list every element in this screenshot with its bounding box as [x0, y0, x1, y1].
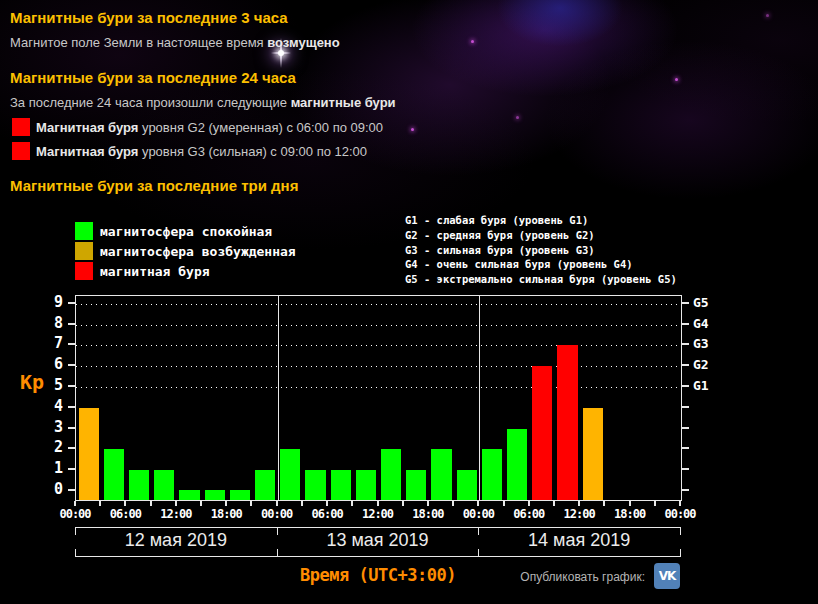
y-tick: [682, 302, 689, 304]
y-tick: [682, 406, 689, 408]
g-axis-label: G1: [693, 378, 709, 393]
y-tick-label: 7: [31, 334, 63, 352]
y-tick: [682, 447, 689, 449]
date-band-line: [75, 556, 680, 557]
x-tick: [301, 501, 303, 506]
kp-bar: [381, 449, 401, 500]
status-text-24h: За последние 24 часа произошли следующие…: [10, 95, 396, 110]
g-legend-line: G4 - очень сильная буря (уровень G4): [405, 257, 677, 272]
x-tick: [250, 501, 252, 506]
x-tick-label: 12:00: [551, 507, 607, 521]
g-axis-label: G2: [693, 357, 709, 372]
date-label: 12 мая 2019: [86, 530, 266, 551]
legend-swatch-storm: [75, 262, 93, 280]
g-scale-legend: G1 - слабая буря (уровень G1)G2 - средня…: [405, 213, 677, 287]
gridline: [76, 325, 681, 326]
storm-marker-icon: [12, 142, 30, 160]
star-dot: [471, 40, 474, 43]
storm-marker-icon: [12, 118, 30, 136]
y-tick: [68, 343, 75, 345]
y-tick-label: 2: [31, 438, 63, 456]
date-band-tick: [680, 527, 681, 535]
gridline: [76, 345, 681, 346]
y-tick: [68, 489, 75, 491]
x-tick: [528, 501, 530, 506]
g-axis-label: G4: [693, 316, 709, 331]
y-axis-title: Кр: [20, 370, 44, 394]
y-tick-label: 0: [31, 480, 63, 498]
date-band-tick: [680, 549, 681, 557]
date-band-tick: [75, 549, 76, 557]
x-tick: [578, 501, 580, 506]
x-tick-label: 06:00: [501, 507, 557, 521]
date-label: 13 мая 2019: [288, 530, 468, 551]
vk-share-button[interactable]: VK: [654, 563, 680, 589]
x-tick: [74, 501, 76, 506]
star-dot: [516, 116, 519, 119]
x-tick: [326, 501, 328, 506]
kp-bar: [104, 449, 124, 500]
x-tick: [150, 501, 152, 506]
x-tick: [276, 501, 278, 506]
x-tick: [377, 501, 379, 506]
kp-bar: [280, 449, 300, 500]
y-tick: [68, 447, 75, 449]
x-tick: [503, 501, 505, 506]
x-tick: [629, 501, 631, 506]
g-legend-line: G3 - сильная буря (уровень G3): [405, 243, 677, 258]
gridline: [76, 304, 681, 305]
x-tick: [124, 501, 126, 506]
y-tick: [682, 343, 689, 345]
kp-bar: [230, 490, 250, 500]
x-tick-label: 18:00: [400, 507, 456, 521]
y-tick: [68, 302, 75, 304]
g-legend-line: G1 - слабая буря (уровень G1): [405, 213, 677, 228]
x-tick-label: 12:00: [350, 507, 406, 521]
kp-bar: [179, 490, 199, 500]
legend-swatch-excited: [75, 242, 93, 260]
date-band-tick: [478, 527, 479, 535]
g-legend-line: G5 - экстремально сильная буря (уровень …: [405, 272, 677, 287]
kp-bar: [356, 470, 376, 500]
kp-bar-chart: [75, 295, 682, 501]
legend-swatch-quiet: [75, 222, 93, 240]
x-tick-label: 00:00: [450, 507, 506, 521]
y-tick: [682, 364, 689, 366]
star-dot: [675, 78, 678, 81]
g-axis-label: G5: [693, 295, 709, 310]
section-title-3d: Магнитные бури за последние три дня: [10, 177, 298, 194]
x-tick-label: 00:00: [249, 507, 305, 521]
x-tick: [200, 501, 202, 506]
date-band-tick: [277, 527, 278, 535]
x-axis-title: Время (UTC+3:00): [240, 565, 516, 585]
date-band-tick: [478, 549, 479, 557]
date-label: 14 мая 2019: [489, 530, 669, 551]
x-tick: [99, 501, 101, 506]
date-band-line: [75, 527, 680, 528]
x-tick: [175, 501, 177, 506]
date-band-tick: [75, 527, 76, 535]
y-tick: [68, 468, 75, 470]
x-tick: [654, 501, 656, 506]
x-tick: [477, 501, 479, 506]
y-tick: [682, 385, 689, 387]
x-tick-label: 06:00: [299, 507, 355, 521]
kp-bar: [154, 470, 174, 500]
kp-bar: [205, 490, 225, 500]
kp-bar: [457, 470, 477, 500]
vk-icon: VK: [659, 569, 676, 583]
kp-bar: [431, 449, 451, 500]
y-tick: [682, 489, 689, 491]
kp-bar: [583, 408, 603, 500]
y-tick: [68, 385, 75, 387]
y-tick-label: 9: [31, 293, 63, 311]
gridline: [76, 387, 681, 388]
kp-bar: [305, 470, 325, 500]
kp-bar: [331, 470, 351, 500]
x-tick-label: 12:00: [148, 507, 204, 521]
x-tick: [603, 501, 605, 506]
g-axis-label: G3: [693, 336, 709, 351]
x-tick-label: 06:00: [97, 507, 153, 521]
x-tick: [402, 501, 404, 506]
section-title-24h: Магнитные бури за последние 24 часа: [10, 69, 296, 86]
